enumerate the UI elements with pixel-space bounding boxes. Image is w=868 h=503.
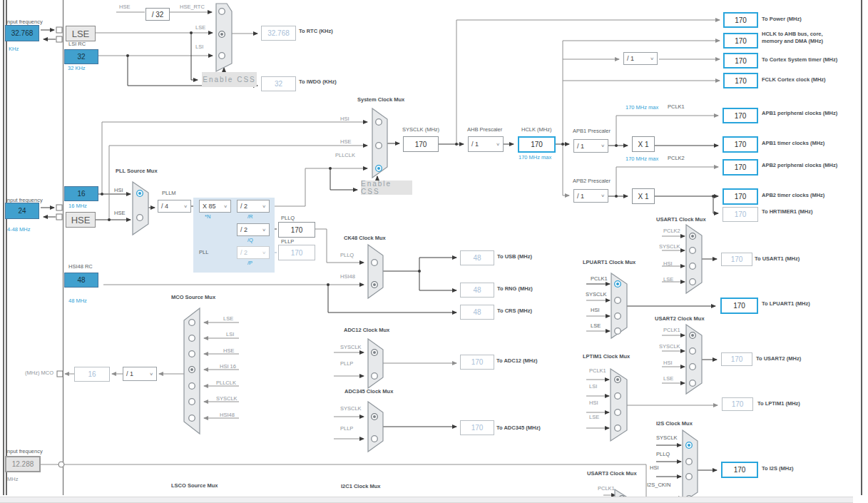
sysclk-value-box: 170 [403,136,439,152]
hclk-value-box[interactable]: 170 [518,136,556,153]
hse-rtc-div-box: / 32 [145,8,170,21]
lptim1-clock-mux-radio-lse[interactable] [615,425,621,432]
rtc-mux-option-label-lse: LSE [195,25,205,31]
fclk-out-box[interactable]: 170 [723,73,758,88]
i2s-clock-mux-radio-dot [688,444,690,447]
i2s-out-box[interactable]: 170 [721,462,758,478]
chevron-down-icon: ∨ [262,250,266,255]
label-t-pll: PLL Source Mux [116,168,158,174]
usart2-clock-mux-radio-hsi[interactable] [690,364,696,370]
pllr-div-dropdown[interactable]: / 2∨ [237,200,270,213]
enable-css-rtc-button[interactable]: Enable CSS [202,72,257,87]
i2s-clock-mux-radio-hsi[interactable] [686,474,693,480]
mco-source-mux-radio-hse[interactable] [189,351,195,357]
apb2-prescaler-dropdown[interactable]: / 1∨ [573,189,608,203]
apb1-periph-out-box[interactable]: 170 [723,108,758,123]
lptim1-clock-mux-option-label-hsi: HSI [589,400,598,406]
ck48-clock-mux-option-label-pllq: PLLQ [340,253,354,258]
lsi-source-box[interactable]: 32 [64,49,98,64]
i2s-clock-mux-option-label-i2s-ckin: I2S_CKIN [647,482,670,488]
horizontal-scrollbar[interactable] [0,497,853,503]
mco-source-mux-radio-hsi48[interactable] [189,415,195,422]
chevron-down-icon: ∨ [262,204,266,208]
label-hclk-ahb2: memory and DMA (MHz) [762,39,823,44]
lpuart1-clock-mux-radio-lse[interactable] [615,328,621,335]
label-to-hrtimer: To HRTIMER1 (MHz) [762,209,813,215]
ck48-clock-mux-radio-pllq[interactable] [372,260,378,266]
pll-source-mux-radio-hse[interactable] [137,215,143,221]
chevron-down-icon: ∨ [601,193,605,198]
hse-input-box[interactable]: 24 [5,203,39,219]
rtc-mux-radio-hse-rtc[interactable] [219,9,225,15]
apb2-periph-out-box[interactable]: 170 [723,159,758,176]
lpuart1-clock-mux-option-label-sysclk: SYSCLK [586,292,607,298]
lptim1-clock-mux-radio-hsi[interactable] [615,410,621,416]
pllm-div-dropdown[interactable]: / 4∨ [158,200,191,213]
usart2-clock-mux-radio-sysclk[interactable] [690,348,696,355]
label-fclk: FCLK Cortex clock (MHz) [762,77,826,83]
cortex-out-box[interactable]: 170 [723,53,758,68]
label-t-usart2: USART2 Clock Mux [655,316,705,322]
label-t-ck48: CK48 Clock Mux [344,235,386,241]
label-to-usart1: To USART1 (MHz) [755,256,800,262]
osc32-input-box[interactable]: 32.768 [5,25,39,41]
power-out-box[interactable]: 170 [723,12,758,28]
label-to-adc12: To ADC12 (MHz) [496,358,538,364]
mco-source-mux-radio-lse[interactable] [189,320,195,326]
rtc-mux-radio-dot [220,33,223,36]
pll-source-mux-option-label-hsi: HSI [114,188,123,193]
ck48-clock-mux-option-label-hsi48: HSI48 [340,274,355,280]
label-pllp: PLLP [281,239,294,245]
enable-css-sys-button[interactable]: Enable CSS [361,181,412,195]
i2s-clock-mux-radio-pllq[interactable] [686,459,693,465]
usart2-clock-mux-radio-lse[interactable] [690,380,696,387]
ahb-prescaler-dropdown[interactable]: / 1∨ [468,136,504,152]
cortex-prescaler-value: / 1 [627,55,634,62]
label-t-lpuart1: LPUART1 Clock Mux [583,260,635,265]
apb1-timer-out-box[interactable]: 170 [723,136,758,153]
usart1-clock-mux-option-label-lse: LSE [663,277,673,283]
hsi48-source-box[interactable]: 48 [64,273,98,288]
lptim1-clock-mux-radio-lsi[interactable] [615,393,621,400]
mco-source-mux-radio-lsi[interactable] [189,335,195,342]
usart1-clock-mux-radio-lse[interactable] [690,279,696,285]
apb1-prescaler-dropdown[interactable]: / 1∨ [573,139,608,153]
adc345-clock-mux-radio-pllp[interactable] [372,436,378,442]
hclk-ahb-out-box[interactable]: 170 [723,33,758,49]
label-to-lpuart1: To LPUART1 (MHz) [762,301,810,307]
mco-source-mux-radio-pllclk[interactable] [189,383,195,390]
plln-mult-dropdown[interactable]: X 85∨ [199,200,231,213]
mco-div-dropdown[interactable]: / 1∨ [123,367,157,381]
mco-div-value: / 1 [126,370,133,377]
pllp-div-dropdown: / 2∨ [237,246,270,259]
label-pll: PLL [199,250,208,255]
i2s-clock-mux-option-label-sysclk: SYSCLK [656,435,678,441]
pllq-value-box: 170 [278,222,315,238]
label-apb1-periph: APB1 peripheral clocks (MHz) [762,111,837,116]
adc12-clock-mux-radio-pllp[interactable] [372,373,378,380]
label-slashR: /R [247,214,253,220]
system-clock-mux-radio-hse[interactable] [376,143,382,149]
pllq-div-dropdown[interactable]: / 2∨ [237,223,270,236]
usart1-clock-mux-radio-hsi[interactable] [690,263,696,270]
cortex-prescaler-dropdown[interactable]: / 1∨ [623,52,658,65]
lse-source-box: LSE [66,26,96,41]
lpuart1-clock-mux-radio-hsi[interactable] [615,313,621,320]
chevron-down-icon: ∨ [650,56,654,61]
lpuart1-clock-mux-radio-dot [616,283,619,285]
label-pclk2: PCLK2 [668,156,685,161]
mco-source-mux-radio-sysclk[interactable] [189,399,195,405]
label-to-rng: To RNG (MHz) [497,286,533,292]
label-hclk-mhz: HCLK (MHz) [521,127,552,133]
pllp-value-box: 170 [278,245,315,260]
ck48-clock-mux-shape [368,245,383,298]
system-clock-mux-radio-hsi[interactable] [376,119,382,126]
rtc-mux-radio-lsi[interactable] [219,53,225,59]
usart1-clock-mux-radio-sysclk[interactable] [690,248,696,254]
lpuart1-out-box[interactable]: 170 [720,298,758,314]
apb2-timer-out-box[interactable]: 170 [723,188,758,205]
mco-source-mux-option-label-pllclk: PLLCLK [216,380,236,386]
adc345-clock-mux-option-label-sysclk: SYSCLK [340,406,362,412]
hsi-source-box[interactable]: 16 [64,186,98,201]
lpuart1-clock-mux-radio-sysclk[interactable] [615,298,621,304]
